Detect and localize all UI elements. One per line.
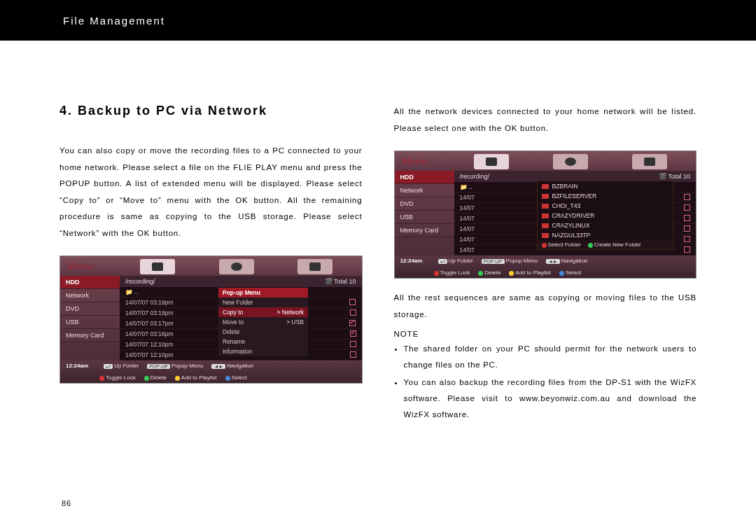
total-label: 🎬 Total 10 [659, 173, 690, 180]
sidebar-dvd: DVD [60, 302, 120, 316]
sidebar-usb: USB [60, 316, 120, 329]
sidebar-hdd: HDD [395, 171, 454, 184]
sidebar-usb: USB [395, 211, 454, 224]
network-device-list: BZBRAIN BZFILESERVER CHOI_T43 CRAZYDRIVE… [537, 181, 673, 250]
sidebar-network: Network [395, 184, 454, 197]
sidebar-memcard: Memory Card [395, 224, 454, 237]
total-label: 🎬 Total 10 [325, 278, 356, 285]
tab-photo-icon [632, 154, 667, 169]
popup-copyto: Copy to> Network [218, 307, 308, 317]
screenshot-network-list: Movie HDD Network DVD USB Memory Card [394, 150, 697, 279]
left-paragraph: You can also copy or move the recording … [59, 143, 363, 241]
right-paragraph-1: All the network devices connected to you… [394, 104, 697, 136]
note-heading: NOTE [394, 330, 697, 338]
sidebar-memcard: Memory Card [60, 329, 120, 342]
path-label: /recording/ [460, 173, 490, 180]
time-label: 12:24am [400, 258, 423, 264]
tab-movie-icon [140, 259, 175, 274]
right-column: All the network devices connected to you… [394, 104, 697, 424]
header-bar: File Management [0, 0, 756, 41]
note-item: You can also backup the recording files … [404, 374, 697, 423]
tab-music-icon [219, 259, 254, 274]
page-number: 86 [62, 499, 71, 507]
folder-up-icon: 📁 .. [460, 183, 472, 190]
path-label: /recording/ [125, 278, 155, 285]
popup-title: Pop-up Menu [218, 288, 308, 298]
sidebar-hdd: HDD [60, 276, 120, 289]
time-label: 12:24am [66, 363, 88, 369]
right-paragraph-2: All the rest sequences are same as copyi… [394, 290, 697, 323]
popup-menu: Pop-up Menu New Folder Copy to> Network … [218, 287, 309, 357]
folder-up-icon: 📁 .. [125, 288, 138, 295]
section-heading: 4. Backup to PC via Network [59, 104, 363, 118]
note-item: The shared folder on your PC should perm… [404, 341, 697, 373]
tab-music-icon [553, 154, 588, 169]
movie-label: Movie [67, 261, 93, 272]
sidebar-network: Network [60, 289, 120, 302]
tab-movie-icon [474, 154, 509, 169]
screenshot-popup-menu: Movie HDD Network DVD USB Memory Card [59, 255, 363, 384]
tab-photo-icon [298, 259, 332, 274]
header-title: File Management [63, 15, 165, 27]
left-column: 4. Backup to PC via Network You can also… [59, 104, 363, 424]
sidebar-dvd: DVD [395, 197, 454, 211]
movie-label: Movie [402, 156, 428, 167]
